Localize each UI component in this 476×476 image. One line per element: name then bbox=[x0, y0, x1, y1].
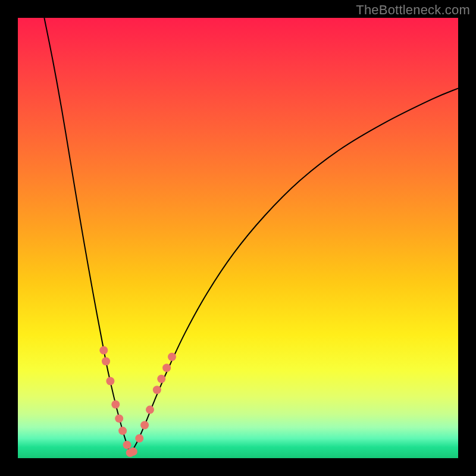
curve-marker bbox=[162, 364, 171, 372]
curve-marker bbox=[140, 421, 149, 430]
curve-marker bbox=[135, 434, 143, 443]
curve-marker bbox=[168, 353, 176, 361]
curve-marker bbox=[129, 447, 137, 456]
curve-marker bbox=[153, 386, 161, 394]
curve-right-branch bbox=[130, 88, 458, 453]
curve-marker bbox=[157, 375, 165, 383]
curve-marker bbox=[146, 406, 154, 414]
curve-marker bbox=[102, 357, 110, 365]
bottleneck-curve bbox=[18, 18, 458, 458]
curve-marker bbox=[118, 427, 127, 435]
plot-frame bbox=[18, 18, 458, 458]
curve-marker bbox=[111, 400, 120, 409]
curve-marker bbox=[123, 441, 131, 449]
watermark-text: TheBottleneck.com bbox=[356, 2, 470, 18]
curve-marker bbox=[106, 377, 114, 386]
curve-left-branch bbox=[44, 18, 130, 454]
curve-marker bbox=[99, 346, 108, 355]
curve-marker bbox=[115, 414, 123, 422]
curve-markers bbox=[99, 346, 176, 457]
